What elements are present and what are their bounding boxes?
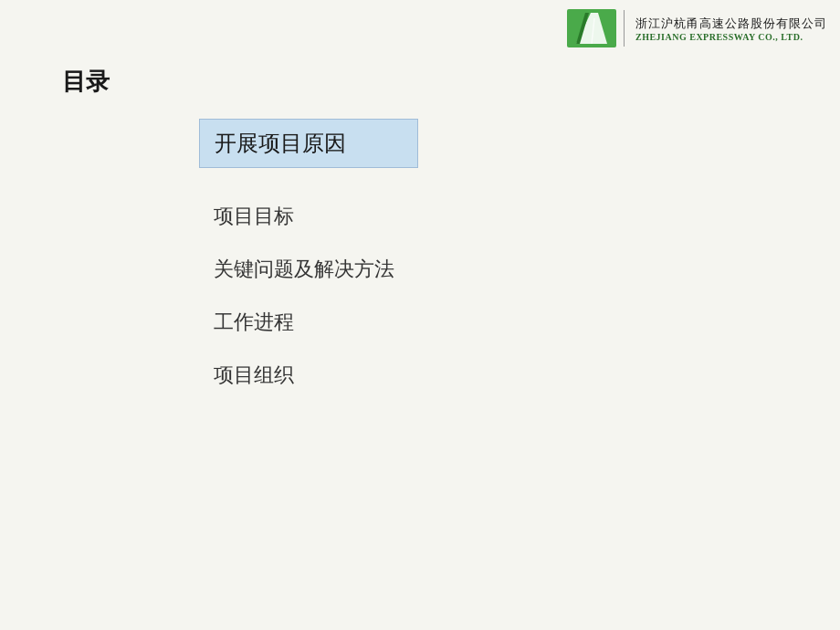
page-title: 目录 <box>62 66 110 98</box>
menu-container: 开展项目原因 项目目标 关键问题及解决方法 工作进程 项目组织 <box>199 119 418 402</box>
logo-english-text: ZHEJIANG EXPRESSWAY CO., LTD. <box>635 32 827 42</box>
menu-item-3[interactable]: 工作进程 <box>199 296 418 349</box>
logo-chinese-text: 浙江沪杭甬高速公路股份有限公司 <box>635 16 827 32</box>
menu-item-1[interactable]: 项目目标 <box>199 190 418 243</box>
menu-item-2[interactable]: 关键问题及解决方法 <box>199 243 418 296</box>
logo-area: 浙江沪杭甬高速公路股份有限公司 ZHEJIANG EXPRESSWAY CO.,… <box>567 9 827 47</box>
menu-item-highlighted[interactable]: 开展项目原因 <box>199 119 418 168</box>
logo-divider <box>624 10 625 47</box>
menu-item-4[interactable]: 项目组织 <box>199 349 418 402</box>
slide-page: 浙江沪杭甬高速公路股份有限公司 ZHEJIANG EXPRESSWAY CO.,… <box>0 0 840 630</box>
logo-icon <box>567 9 616 47</box>
logo-text-block: 浙江沪杭甬高速公路股份有限公司 ZHEJIANG EXPRESSWAY CO.,… <box>635 16 827 42</box>
